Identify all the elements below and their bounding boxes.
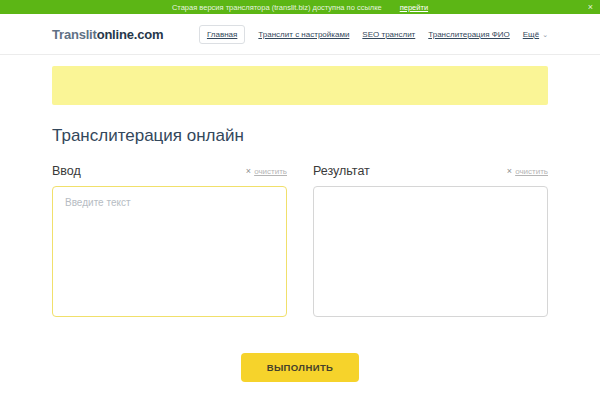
clear-x-icon: × bbox=[246, 167, 251, 176]
result-panel-header: Результат × очистить bbox=[313, 164, 548, 178]
submit-row: ВЫПОЛНИТЬ bbox=[52, 353, 548, 382]
notice-message: Старая версия транслятора (translit.biz)… bbox=[172, 3, 382, 12]
nav-item-more[interactable]: Ещё ⌄ bbox=[523, 30, 548, 39]
notice-close-icon[interactable]: × bbox=[588, 3, 593, 12]
result-output-box[interactable] bbox=[313, 186, 548, 317]
ad-banner bbox=[52, 66, 548, 105]
notice-bar: Старая версия транслятора (translit.biz)… bbox=[0, 0, 600, 14]
input-textarea[interactable] bbox=[52, 186, 287, 317]
main-nav: Главная Транслит с настройками SEO транс… bbox=[199, 25, 548, 44]
nav-item-translit-settings[interactable]: Транслит с настройками bbox=[258, 30, 349, 39]
site-header: Translitonline.com Главная Транслит с на… bbox=[0, 14, 600, 55]
input-panel-header: Ввод × очистить bbox=[52, 164, 287, 178]
nav-item-more-label: Ещё bbox=[523, 30, 539, 39]
input-panel: Ввод × очистить bbox=[52, 164, 287, 317]
result-clear-label: очистить bbox=[515, 167, 548, 176]
chevron-down-icon: ⌄ bbox=[542, 31, 548, 38]
input-panel-label: Ввод bbox=[52, 164, 81, 178]
input-clear-label: очистить bbox=[254, 167, 287, 176]
content-container: Транслитерация онлайн Ввод × очистить Ре… bbox=[52, 66, 548, 382]
logo-part-translit: Translit bbox=[52, 27, 97, 42]
input-clear-button[interactable]: × очистить bbox=[246, 167, 287, 176]
nav-item-translit-fio[interactable]: Транслитерация ФИО bbox=[428, 30, 509, 39]
notice-go-link[interactable]: перейти bbox=[400, 3, 428, 12]
result-panel: Результат × очистить bbox=[313, 164, 548, 317]
nav-item-home[interactable]: Главная bbox=[199, 25, 245, 44]
clear-x-icon: × bbox=[507, 167, 512, 176]
panels-row: Ввод × очистить Результат × очистить bbox=[52, 164, 548, 317]
site-logo[interactable]: Translitonline.com bbox=[52, 27, 163, 42]
nav-item-seo-translit[interactable]: SEO транслит bbox=[362, 30, 415, 39]
result-clear-button[interactable]: × очистить bbox=[507, 167, 548, 176]
submit-button[interactable]: ВЫПОЛНИТЬ bbox=[241, 353, 360, 382]
logo-part-online: online.com bbox=[97, 27, 164, 42]
page-title: Транслитерация онлайн bbox=[52, 126, 548, 146]
result-panel-label: Результат bbox=[313, 164, 370, 178]
